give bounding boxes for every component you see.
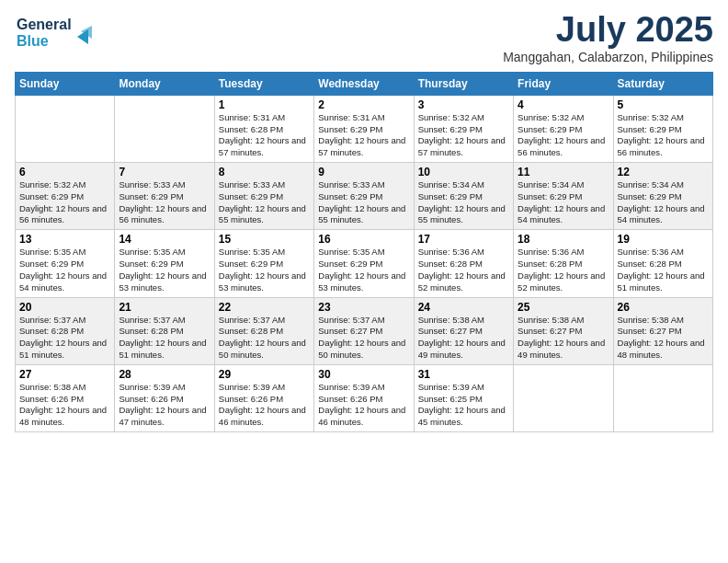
cell-4-5	[514, 364, 613, 431]
day-number: 21	[119, 301, 210, 314]
day-info: Sunrise: 5:38 AM Sunset: 6:27 PM Dayligh…	[418, 315, 509, 362]
cell-2-3: 16Sunrise: 5:35 AM Sunset: 6:29 PM Dayli…	[314, 230, 414, 297]
day-number: 11	[518, 166, 609, 178]
day-info: Sunrise: 5:31 AM Sunset: 6:29 PM Dayligh…	[318, 112, 409, 159]
header: General Blue July 2025 Manggahan, Calaba…	[15, 11, 713, 64]
col-tuesday: Tuesday	[214, 72, 313, 95]
cell-4-6	[613, 364, 712, 431]
cell-2-4: 17Sunrise: 5:36 AM Sunset: 6:28 PM Dayli…	[414, 230, 513, 297]
day-info: Sunrise: 5:34 AM Sunset: 6:29 PM Dayligh…	[518, 179, 609, 226]
day-number: 3	[418, 98, 509, 111]
svg-text:Blue: Blue	[17, 33, 49, 49]
day-info: Sunrise: 5:33 AM Sunset: 6:29 PM Dayligh…	[219, 179, 310, 226]
day-info: Sunrise: 5:35 AM Sunset: 6:29 PM Dayligh…	[19, 247, 110, 293]
col-friday: Friday	[514, 72, 613, 95]
day-info: Sunrise: 5:39 AM Sunset: 6:25 PM Dayligh…	[418, 382, 509, 429]
week-row-4: 20Sunrise: 5:37 AM Sunset: 6:28 PM Dayli…	[16, 297, 713, 364]
day-info: Sunrise: 5:32 AM Sunset: 6:29 PM Dayligh…	[19, 179, 110, 226]
cell-3-2: 22Sunrise: 5:37 AM Sunset: 6:28 PM Dayli…	[214, 297, 313, 364]
day-number: 26	[618, 301, 709, 314]
day-info: Sunrise: 5:35 AM Sunset: 6:29 PM Dayligh…	[119, 247, 210, 293]
logo-svg: General Blue	[15, 11, 97, 52]
week-row-5: 27Sunrise: 5:38 AM Sunset: 6:26 PM Dayli…	[16, 364, 713, 431]
day-number: 4	[518, 98, 609, 111]
cell-1-0: 6Sunrise: 5:32 AM Sunset: 6:29 PM Daylig…	[16, 163, 115, 230]
cell-2-2: 15Sunrise: 5:35 AM Sunset: 6:29 PM Dayli…	[214, 230, 313, 297]
day-info: Sunrise: 5:31 AM Sunset: 6:28 PM Dayligh…	[219, 112, 310, 159]
day-info: Sunrise: 5:35 AM Sunset: 6:29 PM Dayligh…	[219, 247, 310, 293]
cell-0-0	[16, 95, 115, 162]
day-info: Sunrise: 5:36 AM Sunset: 6:28 PM Dayligh…	[618, 247, 709, 293]
cell-4-3: 30Sunrise: 5:39 AM Sunset: 6:26 PM Dayli…	[314, 364, 414, 431]
col-sunday: Sunday	[16, 72, 115, 95]
logo: General Blue	[15, 11, 97, 52]
cell-3-0: 20Sunrise: 5:37 AM Sunset: 6:28 PM Dayli…	[16, 297, 115, 364]
cell-0-2: 1Sunrise: 5:31 AM Sunset: 6:28 PM Daylig…	[214, 95, 313, 162]
cell-2-1: 14Sunrise: 5:35 AM Sunset: 6:29 PM Dayli…	[115, 230, 214, 297]
cell-0-6: 5Sunrise: 5:32 AM Sunset: 6:29 PM Daylig…	[613, 95, 712, 162]
day-number: 22	[219, 301, 310, 314]
day-info: Sunrise: 5:37 AM Sunset: 6:27 PM Dayligh…	[318, 315, 409, 362]
day-number: 2	[318, 98, 409, 111]
day-info: Sunrise: 5:38 AM Sunset: 6:27 PM Dayligh…	[618, 315, 709, 362]
day-info: Sunrise: 5:39 AM Sunset: 6:26 PM Dayligh…	[219, 382, 310, 429]
week-row-3: 13Sunrise: 5:35 AM Sunset: 6:29 PM Dayli…	[16, 230, 713, 297]
cell-3-1: 21Sunrise: 5:37 AM Sunset: 6:28 PM Dayli…	[115, 297, 214, 364]
day-info: Sunrise: 5:32 AM Sunset: 6:29 PM Dayligh…	[418, 112, 509, 159]
day-number: 25	[518, 301, 609, 314]
day-number: 28	[119, 368, 210, 381]
cell-1-2: 8Sunrise: 5:33 AM Sunset: 6:29 PM Daylig…	[214, 163, 313, 230]
day-info: Sunrise: 5:35 AM Sunset: 6:29 PM Dayligh…	[318, 247, 409, 293]
day-info: Sunrise: 5:32 AM Sunset: 6:29 PM Dayligh…	[618, 112, 709, 159]
day-info: Sunrise: 5:34 AM Sunset: 6:29 PM Dayligh…	[418, 179, 509, 226]
cell-1-3: 9Sunrise: 5:33 AM Sunset: 6:29 PM Daylig…	[314, 163, 414, 230]
cell-4-1: 28Sunrise: 5:39 AM Sunset: 6:26 PM Dayli…	[115, 364, 214, 431]
cell-4-4: 31Sunrise: 5:39 AM Sunset: 6:25 PM Dayli…	[414, 364, 513, 431]
cell-0-4: 3Sunrise: 5:32 AM Sunset: 6:29 PM Daylig…	[414, 95, 513, 162]
cell-3-6: 26Sunrise: 5:38 AM Sunset: 6:27 PM Dayli…	[613, 297, 712, 364]
day-number: 23	[318, 301, 409, 314]
day-info: Sunrise: 5:38 AM Sunset: 6:26 PM Dayligh…	[19, 382, 110, 429]
day-info: Sunrise: 5:37 AM Sunset: 6:28 PM Dayligh…	[119, 315, 210, 362]
day-number: 17	[418, 233, 509, 246]
day-number: 7	[119, 166, 210, 178]
calendar-header-row: Sunday Monday Tuesday Wednesday Thursday…	[16, 72, 713, 95]
day-info: Sunrise: 5:39 AM Sunset: 6:26 PM Dayligh…	[119, 382, 210, 429]
day-number: 12	[618, 166, 709, 178]
cell-2-0: 13Sunrise: 5:35 AM Sunset: 6:29 PM Dayli…	[16, 230, 115, 297]
cell-0-5: 4Sunrise: 5:32 AM Sunset: 6:29 PM Daylig…	[514, 95, 613, 162]
day-number: 1	[219, 98, 310, 111]
col-saturday: Saturday	[613, 72, 712, 95]
day-number: 8	[219, 166, 310, 178]
col-wednesday: Wednesday	[314, 72, 414, 95]
day-info: Sunrise: 5:33 AM Sunset: 6:29 PM Dayligh…	[119, 179, 210, 226]
calendar-table: Sunday Monday Tuesday Wednesday Thursday…	[15, 72, 713, 432]
page: General Blue July 2025 Manggahan, Calaba…	[0, 0, 728, 563]
cell-3-3: 23Sunrise: 5:37 AM Sunset: 6:27 PM Dayli…	[314, 297, 414, 364]
day-info: Sunrise: 5:39 AM Sunset: 6:26 PM Dayligh…	[318, 382, 409, 429]
cell-2-5: 18Sunrise: 5:36 AM Sunset: 6:28 PM Dayli…	[514, 230, 613, 297]
main-title: July 2025	[503, 11, 713, 50]
cell-4-0: 27Sunrise: 5:38 AM Sunset: 6:26 PM Dayli…	[16, 364, 115, 431]
week-row-1: 1Sunrise: 5:31 AM Sunset: 6:28 PM Daylig…	[16, 95, 713, 162]
title-block: July 2025 Manggahan, Calabarzon, Philipp…	[503, 11, 713, 64]
day-number: 15	[219, 233, 310, 246]
day-number: 18	[518, 233, 609, 246]
cell-1-4: 10Sunrise: 5:34 AM Sunset: 6:29 PM Dayli…	[414, 163, 513, 230]
day-info: Sunrise: 5:36 AM Sunset: 6:28 PM Dayligh…	[418, 247, 509, 293]
day-number: 29	[219, 368, 310, 381]
day-number: 13	[19, 233, 110, 246]
subtitle: Manggahan, Calabarzon, Philippines	[503, 50, 713, 64]
day-info: Sunrise: 5:34 AM Sunset: 6:29 PM Dayligh…	[618, 179, 709, 226]
day-number: 10	[418, 166, 509, 178]
cell-1-5: 11Sunrise: 5:34 AM Sunset: 6:29 PM Dayli…	[514, 163, 613, 230]
day-number: 19	[618, 233, 709, 246]
day-number: 16	[318, 233, 409, 246]
svg-text:General: General	[17, 17, 72, 32]
day-info: Sunrise: 5:33 AM Sunset: 6:29 PM Dayligh…	[318, 179, 409, 226]
cell-0-3: 2Sunrise: 5:31 AM Sunset: 6:29 PM Daylig…	[314, 95, 414, 162]
col-thursday: Thursday	[414, 72, 513, 95]
day-info: Sunrise: 5:32 AM Sunset: 6:29 PM Dayligh…	[518, 112, 609, 159]
col-monday: Monday	[115, 72, 214, 95]
day-number: 14	[119, 233, 210, 246]
